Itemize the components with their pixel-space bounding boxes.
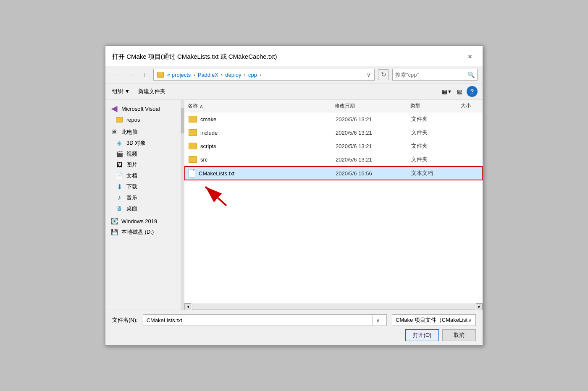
refresh-button[interactable]: ↻ bbox=[378, 69, 389, 80]
file-date-cmake: 2020/5/6 13:21 bbox=[336, 116, 411, 123]
filename-input-wrapper: ∨ bbox=[143, 314, 387, 326]
file-name-include: include bbox=[189, 129, 336, 136]
sidebar-scrollbar-thumb[interactable] bbox=[181, 108, 184, 133]
breadcrumb-dropdown[interactable]: ∨ bbox=[367, 72, 371, 78]
svg-line-1 bbox=[205, 187, 226, 206]
filetype-select[interactable]: CMake 项目文件（CMakeList ∨ bbox=[392, 314, 476, 326]
sidebar-item-downloads[interactable]: ⬇ 下载 bbox=[105, 181, 181, 192]
cmakelists-txt-icon bbox=[189, 169, 195, 177]
sidebar-item-images[interactable]: 🖼 图片 bbox=[105, 159, 181, 170]
sidebar-item-3d[interactable]: ◈ 3D 对象 bbox=[105, 138, 181, 149]
sidebar-label-docs: 文档 bbox=[126, 172, 137, 180]
sidebar-label-desktop: 桌面 bbox=[126, 205, 137, 212]
sidebar-label-win2019: Windows 2019 bbox=[121, 218, 157, 224]
file-type-include: 文件夹 bbox=[411, 129, 462, 136]
help-button[interactable]: ? bbox=[467, 86, 478, 97]
docs-icon: 📄 bbox=[116, 172, 123, 180]
ms-visual-icon: ◀ bbox=[110, 105, 118, 112]
sidebar-item-video[interactable]: 🎬 视频 bbox=[105, 149, 181, 159]
file-type-cmake: 文件夹 bbox=[411, 115, 462, 123]
sidebar-label-downloads: 下载 bbox=[126, 183, 137, 190]
column-headers: 名称 ∧ 修改日期 类型 大小 bbox=[184, 100, 483, 112]
src-folder-icon bbox=[189, 156, 197, 163]
file-type-cmakelists: 文本文档 bbox=[411, 169, 462, 177]
file-row-cmakelists[interactable]: CMakeLists.txt 2020/5/6 15:56 文本文档 bbox=[184, 166, 483, 180]
navigation-toolbar: ← → ↑ « projects › PaddleX › deploy › cp… bbox=[105, 66, 483, 83]
file-type-src: 文件夹 bbox=[411, 156, 462, 163]
file-name-cmake: cmake bbox=[189, 116, 336, 123]
sidebar-item-repos[interactable]: repos bbox=[105, 114, 181, 125]
sidebar-scrollbar-track bbox=[181, 100, 184, 310]
up-button[interactable]: ↑ bbox=[139, 69, 150, 80]
red-arrow-icon bbox=[197, 180, 231, 210]
search-input[interactable] bbox=[395, 72, 466, 78]
open-dialog: 打开 CMake 项目(通过 CMakeLists.txt 或 CMakeCac… bbox=[105, 45, 483, 346]
cancel-button[interactable]: 取消 bbox=[442, 329, 476, 341]
sidebar: ◀ Microsoft Visual repos 🖥 此电脑 ◈ 3D 对象 bbox=[105, 100, 181, 310]
back-button[interactable]: ← bbox=[110, 69, 121, 80]
scroll-track[interactable] bbox=[192, 304, 475, 310]
file-name-cmakelists: CMakeLists.txt bbox=[189, 169, 336, 177]
sidebar-label-images: 图片 bbox=[126, 161, 137, 169]
search-icon: 🔍 bbox=[467, 71, 475, 78]
sidebar-item-docs[interactable]: 📄 文档 bbox=[105, 170, 181, 181]
button-row: 打开(O) 取消 bbox=[112, 329, 476, 341]
breadcrumb-paddlex[interactable]: PaddleX bbox=[198, 72, 218, 78]
sidebar-container: ◀ Microsoft Visual repos 🖥 此电脑 ◈ 3D 对象 bbox=[105, 100, 184, 310]
sidebar-item-ms-visual[interactable]: ◀ Microsoft Visual bbox=[105, 103, 181, 114]
3d-icon: ◈ bbox=[116, 139, 123, 147]
file-date-src: 2020/5/6 13:21 bbox=[336, 156, 411, 163]
scroll-left-button[interactable]: ◂ bbox=[184, 303, 191, 310]
video-icon: 🎬 bbox=[116, 150, 123, 158]
open-button[interactable]: 打开(O) bbox=[405, 329, 439, 341]
breadcrumb-folder-icon bbox=[157, 72, 164, 78]
file-row-scripts[interactable]: scripts 2020/5/6 13:21 文件夹 bbox=[184, 139, 483, 153]
breadcrumb-projects[interactable]: « projects bbox=[167, 72, 191, 78]
file-list: cmake 2020/5/6 13:21 文件夹 include 2020/5/… bbox=[184, 112, 483, 303]
file-row-src[interactable]: src 2020/5/6 13:21 文件夹 bbox=[184, 153, 483, 166]
breadcrumb-deploy[interactable]: deploy bbox=[225, 72, 241, 78]
file-name-scripts: scripts bbox=[189, 143, 336, 149]
filename-label: 文件名(N): bbox=[112, 316, 138, 324]
win2019-icon: 💽 bbox=[110, 217, 118, 225]
dialog-title: 打开 CMake 项目(通过 CMakeLists.txt 或 CMakeCac… bbox=[112, 53, 277, 61]
new-folder-button[interactable]: 新建文件夹 bbox=[136, 87, 167, 96]
breadcrumb-bar: « projects › PaddleX › deploy › cpp › ∨ bbox=[153, 69, 375, 81]
horizontal-scrollbar: ◂ ▸ bbox=[184, 303, 483, 310]
file-row-cmake[interactable]: cmake 2020/5/6 13:21 文件夹 bbox=[184, 112, 483, 126]
col-header-type[interactable]: 类型 bbox=[407, 102, 457, 110]
detail-view-button[interactable]: ▦ ▼ bbox=[441, 86, 452, 97]
content-area: 名称 ∧ 修改日期 类型 大小 cmake bbox=[184, 100, 483, 310]
forward-button[interactable]: → bbox=[125, 69, 136, 80]
detail-view-icon: ▦ bbox=[442, 88, 447, 95]
images-icon: 🖼 bbox=[116, 161, 123, 169]
breadcrumb-cpp[interactable]: cpp bbox=[248, 72, 257, 78]
sidebar-item-this-pc[interactable]: 🖥 此电脑 bbox=[105, 127, 181, 138]
panel-view-button[interactable]: ▧ bbox=[454, 86, 465, 97]
file-name-src: src bbox=[189, 156, 336, 163]
sidebar-label-repos: repos bbox=[126, 117, 140, 123]
scripts-folder-icon bbox=[189, 143, 197, 149]
sidebar-item-music[interactable]: ♪ 音乐 bbox=[105, 192, 181, 203]
col-header-size[interactable]: 大小 bbox=[457, 102, 499, 110]
pc-icon: 🖥 bbox=[110, 128, 118, 136]
filename-dropdown[interactable]: ∨ bbox=[373, 315, 383, 326]
panel-view-icon: ▧ bbox=[457, 88, 462, 95]
col-header-name[interactable]: 名称 ∧ bbox=[184, 102, 331, 110]
sidebar-item-local-d[interactable]: 💾 本地磁盘 (D:) bbox=[105, 227, 181, 237]
desktop-icon: 🖥 bbox=[116, 205, 123, 212]
col-header-date[interactable]: 修改日期 bbox=[331, 102, 407, 110]
main-area: ◀ Microsoft Visual repos 🖥 此电脑 ◈ 3D 对象 bbox=[105, 100, 483, 310]
sidebar-label-this-pc: 此电脑 bbox=[121, 128, 138, 136]
sidebar-item-win2019[interactable]: 💽 Windows 2019 bbox=[105, 216, 181, 227]
action-bar: 组织 ▼ 新建文件夹 ▦ ▼ ▧ ? bbox=[105, 83, 483, 100]
close-button[interactable]: × bbox=[464, 51, 476, 63]
filename-input[interactable] bbox=[147, 317, 373, 323]
file-row-include[interactable]: include 2020/5/6 13:21 文件夹 bbox=[184, 126, 483, 139]
cmake-folder-icon bbox=[189, 116, 197, 123]
sidebar-item-desktop[interactable]: 🖥 桌面 bbox=[105, 203, 181, 214]
organize-button[interactable]: 组织 ▼ bbox=[110, 87, 131, 96]
footer: 文件名(N): ∨ CMake 项目文件（CMakeList ∨ 打开(O) 取… bbox=[105, 310, 483, 345]
scroll-right-button[interactable]: ▸ bbox=[476, 303, 483, 310]
file-date-scripts: 2020/5/6 13:21 bbox=[336, 143, 411, 149]
